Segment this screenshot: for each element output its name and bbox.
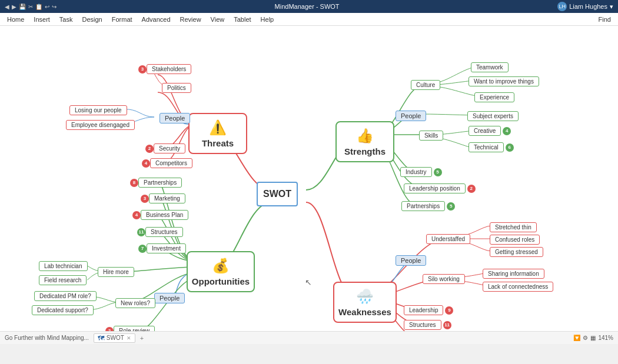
branch-politics[interactable]: 2 Politics [152, 83, 191, 93]
threats-node[interactable]: ⚠️ Threats [188, 113, 247, 154]
dedicated-pm-label: Dedicated PM role? [34, 291, 97, 301]
branch-stakeholders[interactable]: 3 Stakeholders [137, 64, 191, 74]
branch-leadership-wk[interactable]: Leadership 9 [404, 305, 453, 315]
badge-marketing: 3 [141, 195, 149, 203]
branch-structures-opp[interactable]: 11 Structures [135, 227, 183, 237]
weaknesses-icon: 🌧️ [356, 288, 374, 305]
branch-business-plan[interactable]: 4 Business Plan [131, 210, 188, 220]
structures-opp-label: Structures [145, 227, 183, 237]
opportunities-node[interactable]: 💰 Opportunities [187, 251, 255, 292]
save-icon[interactable]: 💾 [19, 4, 26, 10]
branch-people-opp[interactable]: People [154, 293, 185, 303]
leaf-want-improve[interactable]: Want to improve things [469, 76, 539, 86]
promo-text[interactable]: Go Further with Mind Mapping... [5, 335, 89, 341]
back-icon[interactable]: ◀ [5, 4, 9, 10]
menu-design[interactable]: Design [77, 15, 107, 24]
branch-partnerships-str[interactable]: Partnerships 5 [401, 201, 455, 211]
menu-tablet[interactable]: Tablet [229, 15, 255, 24]
branch-marketing[interactable]: 3 Marketing [139, 193, 185, 203]
branch-people-str[interactable]: People [396, 111, 426, 121]
leaf-getting-stressed[interactable]: Getting stressed [490, 247, 543, 257]
titlebar: ◀ ▶ 💾 ✂ 📋 ↩ ↪ MindManager - SWOT LH Liam… [0, 0, 618, 13]
branch-understaffed[interactable]: Understaffed [426, 234, 470, 244]
branch-silo-working[interactable]: Silo working [423, 274, 465, 284]
branch-competitors[interactable]: 4 Competitors [140, 158, 192, 168]
branch-structures-wk[interactable]: Structures 11 [404, 320, 451, 330]
toolbar-icons[interactable]: ◀ ▶ 💾 ✂ 📋 ↩ ↪ [5, 4, 57, 10]
tab-close-icon[interactable]: ✕ [127, 335, 131, 341]
undo-icon[interactable]: ↩ [45, 4, 49, 10]
center-node[interactable]: SWOT [257, 182, 298, 206]
leaf-subject-experts[interactable]: Subject experts [467, 111, 519, 121]
cut-icon[interactable]: ✂ [28, 4, 33, 10]
user-dropdown-icon[interactable]: ▾ [610, 3, 613, 11]
branch-people-wk[interactable]: People [396, 255, 426, 266]
branch-industry[interactable]: Industry 5 [400, 167, 442, 177]
paste-icon[interactable]: 📋 [35, 4, 42, 10]
badge-creative: 4 [503, 127, 511, 135]
badge-industry: 5 [434, 168, 442, 176]
leaf-sharing-info[interactable]: Sharing information [483, 269, 544, 279]
leaf-teamwork[interactable]: Teamwork [471, 62, 509, 72]
branch-hire-more[interactable]: Hire more [98, 267, 134, 277]
strengths-node[interactable]: 👍 Strengths [335, 121, 394, 162]
badge-technical: 6 [506, 143, 514, 152]
leaf-stretched-thin[interactable]: Stretched thin [490, 222, 537, 232]
strengths-icon: 👍 [356, 128, 374, 144]
silo-working-label: Silo working [423, 274, 465, 284]
menu-review[interactable]: Review [175, 15, 206, 24]
leaf-lack-connectedness[interactable]: Lack of connectedness [483, 282, 553, 292]
branch-culture[interactable]: Culture [411, 80, 440, 90]
branch-skills[interactable]: Skills [419, 131, 443, 141]
people-str-label: People [396, 111, 426, 121]
leaf-technical[interactable]: Technical 6 [469, 142, 514, 152]
leaf-lab-technician[interactable]: Lab technician [39, 261, 88, 271]
tab-label: SWOT [107, 335, 124, 341]
sharing-info-label: Sharing information [483, 269, 544, 279]
forward-icon[interactable]: ▶ [12, 4, 16, 10]
tab-swot[interactable]: 🗺 SWOT ✕ [94, 333, 135, 343]
leaf-experience[interactable]: Experience [474, 92, 514, 102]
opportunities-label: Opportunities [192, 276, 250, 286]
menu-view[interactable]: View [206, 15, 230, 24]
tab-add-icon[interactable]: + [140, 335, 144, 342]
leaf-dedicated-pm[interactable]: Dedicated PM role? [34, 291, 97, 301]
find-button[interactable]: Find [594, 15, 616, 24]
menu-task[interactable]: Task [55, 15, 78, 24]
menu-format[interactable]: Format [107, 15, 137, 24]
center-label: SWOT [263, 189, 291, 199]
leaf-employee-disengaged[interactable]: Employee disengaged [66, 120, 135, 130]
leaf-field-research[interactable]: Field research [39, 275, 87, 285]
redo-icon[interactable]: ↪ [52, 4, 57, 10]
mind-map-canvas[interactable]: SWOT ⚠️ Threats 💰 Opportunities 👍 Streng… [0, 26, 618, 331]
user-avatar: LH [557, 2, 567, 11]
branch-people-threats[interactable]: 2 People [149, 113, 190, 123]
branch-role-review[interactable]: 2 Role review [104, 326, 155, 331]
weaknesses-node[interactable]: 🌧️ Weaknesses [333, 282, 397, 323]
leaf-dedicated-support[interactable]: Dedicated support? [32, 305, 94, 315]
branch-leadership-pos[interactable]: Leadership position 2 [404, 183, 476, 193]
field-research-label: Field research [39, 275, 87, 285]
branch-security[interactable]: 2 Security [144, 143, 185, 153]
branch-investment[interactable]: 7 Investment [137, 243, 186, 253]
badge-leadership-pos: 2 [467, 185, 476, 193]
structures-wk-label: Structures [404, 320, 441, 330]
menu-insert[interactable]: Insert [29, 15, 55, 24]
weaknesses-label: Weaknesses [338, 307, 391, 317]
menu-advanced[interactable]: Advanced [137, 15, 175, 24]
leaf-losing-people[interactable]: Losing our people [69, 105, 127, 115]
people-wk-label: People [396, 255, 426, 266]
badge-partnerships-str: 5 [447, 202, 455, 211]
leaf-confused-roles[interactable]: Confused roles [490, 235, 540, 245]
leaf-creative[interactable]: Creative 4 [469, 126, 511, 136]
menu-help[interactable]: Help [256, 15, 279, 24]
window-title: MindManager - SWOT [57, 3, 557, 10]
stretched-thin-label: Stretched thin [490, 222, 537, 232]
leadership-pos-label: Leadership position [404, 183, 466, 193]
threats-label: Threats [202, 138, 234, 148]
menu-home[interactable]: Home [2, 15, 29, 24]
branch-partnerships-opp[interactable]: 8 Partnerships [128, 178, 182, 188]
menubar: Home Insert Task Design Format Advanced … [0, 13, 618, 26]
people-opp-label: People [154, 293, 185, 303]
branch-new-roles[interactable]: New roles? [115, 298, 155, 308]
